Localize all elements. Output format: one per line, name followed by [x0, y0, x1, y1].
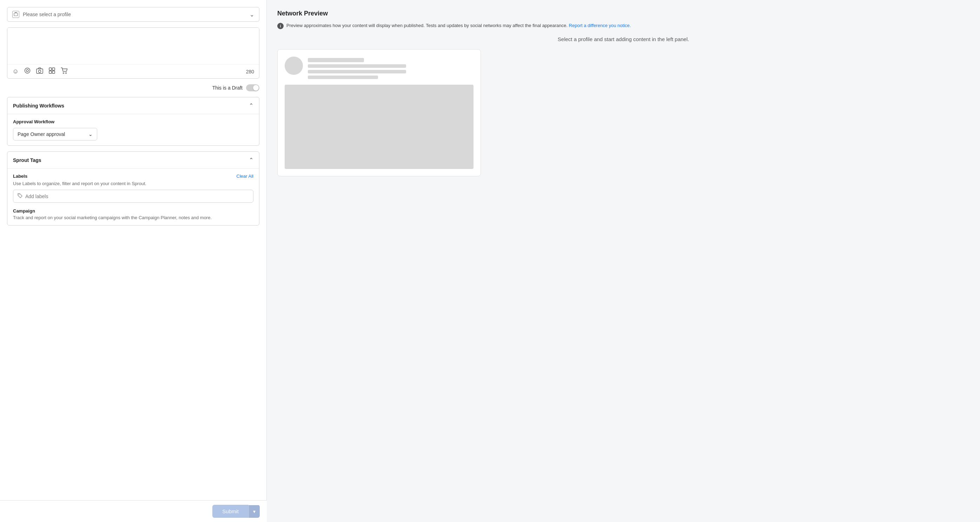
text-area-section: ☺	[7, 27, 259, 79]
publishing-workflows-chevron-up-icon: ⌃	[249, 102, 253, 109]
preview-select-prompt: Select a profile and start adding conten…	[277, 36, 969, 42]
draft-toggle[interactable]	[246, 84, 259, 91]
report-difference-link[interactable]: Report a difference you notice.	[569, 23, 631, 28]
svg-point-3	[26, 70, 29, 72]
preview-line-name	[308, 58, 364, 62]
toolbar-icons: ☺	[12, 67, 68, 75]
publishing-workflows-title: Publishing Workflows	[13, 103, 64, 109]
preview-avatar	[285, 57, 303, 75]
sprout-tags-header[interactable]: Sprout Tags ⌃	[7, 152, 259, 168]
svg-rect-7	[52, 68, 55, 70]
profile-selector[interactable]: Please select a profile ⌄	[7, 7, 259, 22]
submit-button[interactable]: Submit	[212, 505, 248, 518]
emoji-icon[interactable]: ☺	[12, 68, 19, 75]
labels-title: Labels	[13, 174, 27, 179]
preview-line-text-2	[308, 70, 406, 73]
clear-all-button[interactable]: Clear All	[237, 174, 253, 179]
svg-rect-8	[49, 71, 52, 73]
labels-header: Labels Clear All	[13, 174, 253, 179]
svg-rect-6	[49, 68, 52, 70]
svg-point-10	[63, 73, 64, 74]
publishing-workflows-body: Approval Workflow Page Owner approval ⌄	[7, 114, 259, 145]
preview-info-text: Preview approximates how your content wi…	[286, 22, 631, 29]
approval-chevron-down-icon: ⌄	[89, 131, 93, 137]
char-count: 280	[246, 69, 254, 75]
info-icon: i	[277, 23, 283, 29]
preview-card-header	[285, 57, 474, 79]
profile-placeholder: Please select a profile	[23, 11, 71, 17]
preview-name-lines	[308, 57, 474, 79]
labels-description: Use Labels to organize, filter and repor…	[13, 181, 253, 186]
left-panel: Please select a profile ⌄ ☺	[0, 0, 267, 522]
profile-selector-left: Please select a profile	[12, 11, 71, 18]
svg-point-12	[19, 194, 19, 195]
publishing-workflows-header[interactable]: Publishing Workflows ⌃	[7, 97, 259, 114]
draft-row: This is a Draft	[7, 84, 259, 91]
submit-btn-group: Submit ▾	[212, 505, 260, 518]
labels-input[interactable]	[25, 193, 249, 199]
svg-point-11	[66, 73, 67, 74]
sprout-tags-title: Sprout Tags	[13, 157, 41, 163]
approval-workflow-select[interactable]: Page Owner approval ⌄	[13, 128, 97, 140]
sprout-tags-body: Labels Clear All Use Labels to organize,…	[7, 168, 259, 225]
svg-rect-9	[52, 71, 55, 73]
tag-icon	[18, 193, 22, 199]
campaign-description: Track and report on your social marketin…	[13, 215, 253, 220]
svg-point-2	[25, 68, 30, 73]
mention-icon[interactable]	[24, 67, 30, 75]
preview-line-text-1	[308, 64, 406, 68]
grid-icon[interactable]	[49, 67, 55, 75]
cart-icon[interactable]	[61, 67, 68, 75]
camera-icon[interactable]	[36, 67, 43, 75]
post-text-input[interactable]	[7, 28, 259, 63]
right-panel: Network Preview i Preview approximates h…	[267, 0, 980, 522]
svg-rect-1	[15, 12, 17, 13]
svg-rect-0	[14, 13, 18, 16]
draft-label: This is a Draft	[212, 85, 243, 91]
preview-card	[277, 49, 481, 176]
sprout-tags-section: Sprout Tags ⌃ Labels Clear All Use Label…	[7, 152, 259, 225]
submit-bar: Submit ▾	[0, 500, 267, 522]
profile-chevron-down-icon: ⌄	[250, 11, 254, 18]
profile-icon	[12, 11, 19, 18]
network-preview-title: Network Preview	[277, 10, 969, 17]
text-area-toolbar: ☺	[7, 64, 259, 78]
sprout-tags-chevron-up-icon: ⌃	[249, 156, 253, 163]
preview-image-placeholder	[285, 85, 474, 169]
approval-workflow-label: Approval Workflow	[13, 119, 253, 125]
submit-dropdown-button[interactable]: ▾	[248, 505, 260, 518]
preview-info-box: i Preview approximates how your content …	[277, 22, 969, 29]
preview-line-text-3	[308, 75, 378, 79]
publishing-workflows-section: Publishing Workflows ⌃ Approval Workflow…	[7, 97, 259, 146]
campaign-section: Campaign Track and report on your social…	[13, 208, 253, 220]
svg-point-5	[38, 70, 41, 73]
campaign-title: Campaign	[13, 208, 253, 214]
approval-workflow-value: Page Owner approval	[18, 131, 65, 137]
labels-input-row[interactable]	[13, 190, 253, 203]
